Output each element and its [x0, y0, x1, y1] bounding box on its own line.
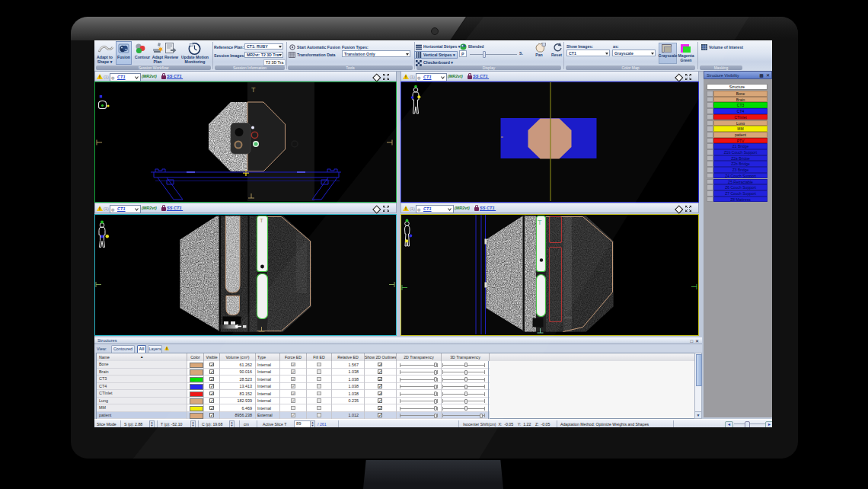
svg-text:T: T [251, 86, 256, 94]
svg-text:T: T [538, 219, 542, 226]
svg-text:T: T [260, 217, 263, 224]
